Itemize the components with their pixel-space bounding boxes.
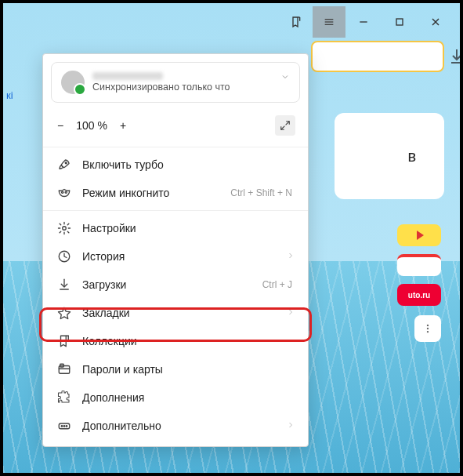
menu-item-shortcut: Ctrl + J <box>262 279 292 290</box>
window-minimize-button[interactable] <box>345 6 382 38</box>
svg-point-18 <box>65 191 67 193</box>
svg-point-13 <box>427 331 429 332</box>
menu-item-star[interactable]: Закладки <box>43 299 308 327</box>
svg-point-12 <box>427 328 429 329</box>
svg-point-19 <box>63 227 67 231</box>
menu-item-label: Дополнительно <box>82 420 275 432</box>
main-menu: Синхронизировано только что − 100 % + Вк… <box>42 53 309 447</box>
menu-item-rocket[interactable]: Включить турбо <box>43 151 308 179</box>
close-icon <box>429 16 442 28</box>
menu-item-shortcut: Ctrl + Shift + N <box>230 187 292 198</box>
menu-item-download[interactable]: ЗагрузкиCtrl + J <box>43 271 308 299</box>
svg-marker-23 <box>59 307 71 318</box>
zoom-in-button[interactable]: + <box>120 119 126 132</box>
menu-item-label: Настройки <box>82 222 295 234</box>
separator <box>43 210 308 211</box>
tableau-tile[interactable]: в <box>335 113 444 199</box>
svg-point-16 <box>65 162 67 164</box>
svg-line-15 <box>281 126 285 130</box>
menu-item-label: Включить турбо <box>82 158 295 171</box>
menu-item-dots[interactable]: Дополнительно <box>43 412 308 440</box>
expand-icon <box>280 120 291 131</box>
sync-status-label: Синхронизировано только что <box>92 82 230 93</box>
window-maximize-button[interactable] <box>382 6 418 38</box>
menu-item-label: Дополнения <box>82 391 295 404</box>
chevron-right-icon <box>286 307 295 319</box>
tile-more-button[interactable] <box>414 315 441 342</box>
window-titlebar <box>3 3 460 41</box>
menu-item-puzzle[interactable]: Дополнения <box>43 383 308 412</box>
svg-point-31 <box>63 426 65 427</box>
menu-item-label: Коллекции <box>82 335 295 347</box>
profile-card[interactable]: Синхронизировано только что <box>51 62 300 103</box>
fullscreen-button[interactable] <box>275 115 295 136</box>
main-menu-button[interactable] <box>313 6 345 38</box>
tile-mail[interactable] <box>397 254 441 276</box>
bookmarks-bar-button[interactable] <box>280 6 313 38</box>
menu-item-clock[interactable]: История <box>43 242 308 271</box>
menu-item-card[interactable]: Пароли и карты <box>43 355 308 383</box>
dots-icon <box>57 419 71 433</box>
star-icon <box>57 306 71 320</box>
maximize-icon <box>393 16 406 28</box>
left-edge-text: кі <box>6 89 30 102</box>
svg-point-32 <box>66 426 67 427</box>
chevron-right-icon <box>286 250 295 263</box>
svg-rect-6 <box>396 19 403 25</box>
menu-item-label: Режим инкогнито <box>82 187 219 199</box>
menu-item-gear[interactable]: Настройки <box>43 214 308 242</box>
chevron-down-icon <box>280 72 290 82</box>
avatar <box>61 71 85 94</box>
zoom-controls: − 100 % + <box>57 119 126 132</box>
menu-item-label: История <box>82 250 275 263</box>
menu-item-label: Пароли и карты <box>82 363 295 376</box>
address-bar[interactable] <box>311 41 444 72</box>
dots-vertical-icon <box>422 323 433 334</box>
menu-item-mask[interactable]: Режим инкогнитоCtrl + Shift + N <box>43 179 308 207</box>
flag-icon <box>57 334 71 348</box>
menu-item-label: Закладки <box>82 307 275 319</box>
zoom-row: − 100 % + <box>43 109 308 144</box>
hamburger-icon <box>323 16 335 28</box>
tile-video[interactable] <box>397 224 441 246</box>
window-close-button[interactable] <box>418 6 454 38</box>
menu-item-label: Загрузки <box>82 278 251 291</box>
separator <box>43 147 308 147</box>
svg-point-30 <box>61 426 63 427</box>
minimize-icon <box>357 16 370 28</box>
rocket-icon <box>57 158 71 172</box>
tile-auto[interactable]: uto.ru <box>397 284 441 306</box>
card-icon <box>57 362 71 376</box>
svg-line-14 <box>286 122 290 125</box>
profile-username <box>92 72 163 80</box>
profile-text: Синхронизировано только что <box>92 72 230 93</box>
mask-icon <box>57 186 71 200</box>
menu-item-flag[interactable]: Коллекции <box>43 327 308 355</box>
svg-point-17 <box>62 191 63 193</box>
puzzle-icon <box>57 391 71 405</box>
gear-icon <box>57 221 71 235</box>
download-icon <box>57 278 71 292</box>
chevron-right-icon <box>286 420 295 432</box>
bookmark-flag-icon <box>290 16 302 28</box>
zoom-value: 100 % <box>76 119 107 132</box>
zoom-out-button[interactable]: − <box>57 119 63 132</box>
svg-point-11 <box>427 325 429 326</box>
download-icon[interactable] <box>447 47 463 66</box>
clock-icon <box>57 249 71 263</box>
